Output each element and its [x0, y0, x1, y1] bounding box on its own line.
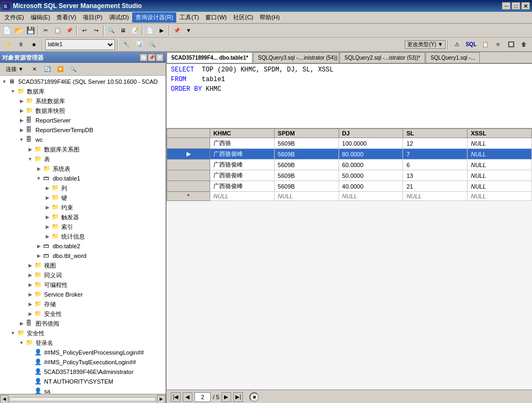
undo-button[interactable]: ↩ [78, 25, 90, 37]
sql-tab-1[interactable]: 5CAD3571899F4... dbo.table1* [167, 52, 253, 63]
open-button[interactable]: 📂 [13, 25, 25, 37]
tree-node-login3[interactable]: 👤 5CAD3571899F46E\Administrator [0, 367, 166, 377]
expand-systemdb[interactable]: ▶ [17, 98, 26, 104]
cut-button[interactable]: ✂ [40, 25, 52, 37]
hscroll-right[interactable]: ▶ [157, 395, 166, 404]
expand-databases[interactable]: ▼ [9, 89, 17, 94]
tree-node-dbo-table1[interactable]: ▼ 🗃 dbo.table1 [0, 174, 166, 183]
tree-node-dbo-table2[interactable]: ▶ 🗃 dbo.table2 [0, 241, 166, 251]
tree-node-security[interactable]: ▼ 📁 安全性 [0, 328, 166, 338]
page-number-input[interactable] [195, 392, 211, 402]
table-row[interactable]: 广西骆俊峰 5609B 60.0000 6 NULL [167, 160, 532, 170]
tree-node-snapshots[interactable]: ▶ 📁 数据库快照 [0, 106, 166, 116]
tree-node-service-broker[interactable]: ▶ 📁 Service Broker [0, 290, 166, 299]
menu-file[interactable]: 文件(E) [1, 12, 27, 23]
template-button[interactable]: 📝 [129, 25, 141, 37]
menu-debug[interactable]: 调试(D) [106, 12, 132, 23]
registered-servers-button[interactable]: 🖥 [117, 25, 129, 37]
expand-service-broker[interactable]: ▶ [26, 292, 34, 297]
tree-node-indexes[interactable]: ▶ 📁 索引 [0, 222, 166, 232]
tb2-btn10[interactable]: ≡ [492, 39, 504, 51]
tree-node-logins[interactable]: ▼ 📁 登录名 [0, 338, 166, 348]
maximize-button[interactable]: □ [512, 2, 520, 10]
tb2-btn11[interactable]: 🔲 [505, 39, 517, 51]
tree-node-keys[interactable]: ▶ 📁 键 [0, 193, 166, 203]
tree-node-programmability[interactable]: ▶ 📁 可编程性 [0, 280, 166, 290]
expand-systemtables[interactable]: ▶ [34, 166, 43, 171]
tree-node-systemtables[interactable]: ▶ 📁 系统表 [0, 164, 166, 174]
tb2-btn12[interactable]: 🗑 [518, 39, 530, 51]
new-query-button[interactable]: 📄 [1, 25, 13, 37]
table-row[interactable]: ▶ 广西骆俊峰 5609B 80.0000 7 NULL [167, 149, 532, 160]
tree-node-login2[interactable]: 👤 ##MS_PolicyTsqlExecutionLogin## [0, 357, 166, 367]
prev-page-button[interactable]: ◀ [183, 392, 192, 402]
expand-logins[interactable]: ▼ [17, 340, 26, 346]
copy-button[interactable]: 📋 [52, 25, 63, 37]
expand-snapshots[interactable]: ▶ [17, 108, 26, 113]
minimize-button[interactable]: ─ [502, 2, 511, 10]
expand-reportservertempdb[interactable]: ▶ [17, 127, 26, 133]
tb2-btn1[interactable]: ⚡ [2, 39, 14, 51]
next-page-button[interactable]: ▶ [221, 392, 231, 402]
tree-node-tables[interactable]: ▼ 📁 表 [0, 154, 166, 164]
tree-node-triggers[interactable]: ▶ 📁 触发器 [0, 212, 166, 222]
tb2-btn4[interactable]: 🔧 [120, 39, 132, 51]
tree-node-synonyms[interactable]: ▶ 📁 同义词 [0, 270, 166, 280]
expand-synonyms[interactable]: ▶ [26, 272, 34, 278]
oe-filter-button[interactable]: 🔽 [54, 63, 66, 75]
oe-float-button[interactable]: ⧉ [140, 54, 147, 61]
expand-security-db[interactable]: ▶ [26, 311, 34, 316]
tree-node-storage[interactable]: ▶ 📁 存储 [0, 299, 166, 309]
tree-node-wc[interactable]: ▼ 🗄 wc [0, 135, 166, 145]
tb2-btn9[interactable]: 📋 [479, 39, 491, 51]
expand-programmability[interactable]: ▶ [26, 282, 34, 287]
expand-dbo-table1[interactable]: ▼ [34, 176, 43, 181]
tree-node-columns[interactable]: ▶ 📁 列 [0, 183, 166, 193]
tb2-btn7[interactable]: ⚠ [451, 39, 463, 51]
expand-tables[interactable]: ▼ [26, 156, 34, 162]
expand-server[interactable]: ▼ [0, 79, 9, 84]
object-explorer-button[interactable]: 🔍 [105, 25, 117, 37]
expand-keys[interactable]: ▶ [43, 195, 52, 200]
expand-statistics[interactable]: ▶ [43, 234, 52, 239]
paste-button[interactable]: 📌 [63, 25, 75, 37]
tb2-btn5[interactable]: 📊 [133, 39, 145, 51]
tree-node-constraints[interactable]: ▶ 📁 约束 [0, 203, 166, 212]
tree-node-statistics[interactable]: ▶ 📁 统计信息 [0, 232, 166, 241]
expand-dbdiagram[interactable]: ▶ [26, 147, 34, 152]
new-query2-button[interactable]: 📄 [144, 25, 156, 37]
tb2-btn3[interactable]: ■ [28, 39, 40, 51]
last-page-button[interactable]: ▶| [233, 392, 243, 402]
expand-reportserver[interactable]: ▶ [17, 118, 26, 123]
dropdown-button[interactable]: ▼ [183, 25, 195, 37]
menu-window[interactable]: 窗口(W) [202, 12, 230, 23]
expand-wc[interactable]: ▼ [17, 137, 26, 142]
menu-query-designer[interactable]: 查询设计器(R) [132, 12, 176, 23]
sql-tab-3[interactable]: SQLQuery2.sql -...istrator (53))* [340, 52, 425, 63]
menu-edit[interactable]: 编辑(E) [27, 12, 54, 23]
first-page-button[interactable]: |◀ [171, 392, 181, 402]
expand-constraints[interactable]: ▶ [43, 205, 52, 210]
tree-node-library[interactable]: ▶ 🗄 图书借阅 [0, 319, 166, 328]
menu-tools[interactable]: 工具(T) [176, 12, 202, 23]
expand-triggers[interactable]: ▶ [43, 214, 52, 220]
menu-help[interactable]: 帮助(H) [256, 12, 283, 23]
sql-tab-4[interactable]: SQLQuery1.sql -... [426, 52, 480, 63]
tree-node-views[interactable]: ▶ 📁 视图 [0, 261, 166, 270]
expand-dbo-table2[interactable]: ▶ [34, 243, 43, 249]
expand-storage[interactable]: ▶ [26, 301, 34, 307]
tree-node-security-db[interactable]: ▶ 📁 安全性 [0, 309, 166, 319]
oe-search-button[interactable]: 🔍 [67, 63, 79, 75]
expand-dbo-tbl-word[interactable]: ▶ [34, 253, 43, 258]
oe-disconnect-button[interactable]: ✕ [28, 63, 40, 75]
oe-connect-button[interactable]: 连接 ▼ [2, 63, 27, 75]
table-row[interactable]: 广西骆俊峰 5609B 50.0000 13 NULL [167, 170, 532, 181]
oe-refresh-button[interactable]: 🔄 [41, 63, 53, 75]
sql-editor[interactable]: SELECT TOP (200) KHMC, SPDM, DJ, SL, XSS… [167, 64, 532, 128]
tree-node-dbdiagram[interactable]: ▶ 📁 数据库关系图 [0, 145, 166, 154]
tree-node-login5[interactable]: 👤 sa [0, 386, 166, 394]
tree-node-databases[interactable]: ▼ 📁 数据库 [0, 87, 166, 96]
table-row[interactable]: 广西骆 5609B 100.0000 12 NULL [167, 138, 532, 149]
redo-button[interactable]: ↪ [90, 25, 102, 37]
change-type-button[interactable]: 更改类型(Y) ▼ [405, 40, 445, 49]
